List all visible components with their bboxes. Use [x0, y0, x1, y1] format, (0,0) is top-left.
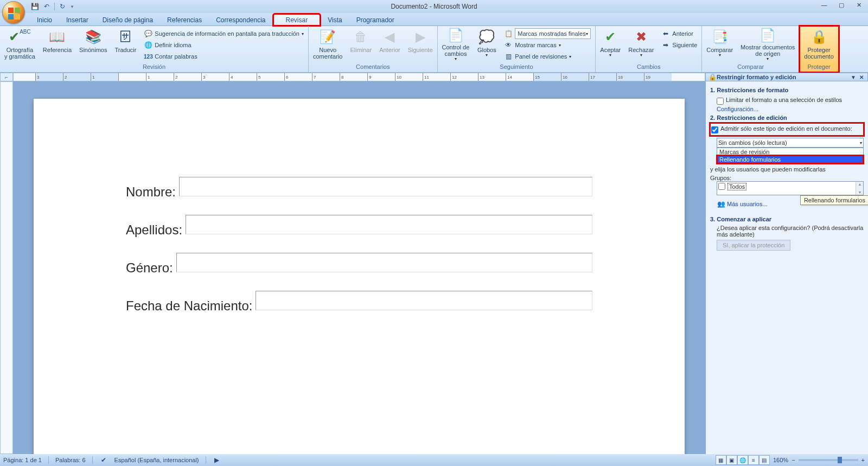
ruler-tick: 19 — [644, 73, 672, 81]
apply-protection-button: Sí, aplicar la protección — [717, 240, 790, 251]
vertical-ruler[interactable] — [0, 81, 13, 454]
ruler-tick: 2 — [63, 73, 91, 81]
marcas-combo[interactable]: 📋Marcas mostradas finales▾ — [503, 28, 592, 39]
group-todos[interactable]: Todos — [727, 183, 746, 190]
zoom-slider[interactable] — [799, 459, 858, 461]
group-label-proteger: Proteger — [801, 63, 837, 71]
view-draft[interactable]: ▤ — [759, 455, 770, 465]
horizontal-ruler[interactable]: 3 2 1 1 2 3 4 5 6 7 8 9 10 11 12 13 14 1… — [13, 73, 705, 81]
view-fullscreen[interactable]: ▣ — [726, 455, 737, 465]
comparar-button[interactable]: 📑 Comparar▾ — [703, 27, 736, 63]
control-cambios-button[interactable]: 📄 Control de cambios▾ — [439, 27, 473, 63]
cambio-anterior-button[interactable]: ⬅Anterior — [660, 28, 698, 39]
nuevo-comentario-button[interactable]: 📝 Nuevo comentario — [310, 27, 346, 63]
field-input-genero[interactable] — [176, 253, 592, 272]
zoom-in-button[interactable]: + — [861, 457, 865, 463]
checkbox-icon[interactable] — [717, 98, 724, 105]
sinonimos-button[interactable]: 📚 Sinónimos — [76, 27, 110, 63]
ruler-tick: 7 — [312, 73, 340, 81]
mostrar-documentos-button[interactable]: 📄 Mostrar documentos de origen▾ — [737, 27, 798, 63]
group-label-comentarios: Comentarios — [310, 63, 436, 71]
maximize-button[interactable]: ▢ — [833, 0, 850, 10]
tab-diseno[interactable]: Diseño de página — [96, 15, 159, 25]
anterior-comentario-button: ◀ Anterior — [376, 27, 404, 63]
ribbon-tabs: Inicio Insertar Diseño de página Referen… — [0, 13, 868, 26]
view-web[interactable]: 🌐 — [737, 455, 748, 465]
panel-revisiones-button[interactable]: ▥Panel de revisiones▾ — [503, 51, 592, 62]
cambio-siguiente-button[interactable]: ➡Siguiente — [660, 40, 698, 50]
tab-programador[interactable]: Programador — [350, 15, 401, 25]
globos-button[interactable]: 💭 Globos▾ — [474, 27, 500, 63]
editing-type-dropdown[interactable]: Marcas de revisión Rellenando formulario… — [717, 148, 864, 164]
group-label-seguimiento: Seguimiento — [439, 63, 595, 71]
exceptions-note: y elija los usuarios que pueden modifica… — [710, 166, 864, 173]
checkbox-icon[interactable] — [718, 183, 725, 190]
status-page[interactable]: Página: 1 de 1 — [3, 457, 42, 463]
zoom-thumb[interactable] — [838, 457, 842, 463]
tab-inicio[interactable]: Inicio — [30, 15, 59, 25]
allow-editing-checkbox[interactable]: Admitir sólo este tipo de edición en el … — [711, 124, 863, 135]
status-words[interactable]: Palabras: 6 — [55, 457, 86, 463]
macro-icon[interactable]: ▶ — [213, 456, 221, 464]
form-row-nombre: Nombre: — [126, 180, 592, 200]
checkbox-icon[interactable] — [711, 126, 718, 133]
limit-format-checkbox[interactable]: Limitar el formato a una selección de es… — [717, 95, 864, 106]
document-page[interactable]: Nombre: Apellidos: Género: Fecha de Naci… — [34, 99, 685, 454]
view-print-layout[interactable]: ▦ — [716, 455, 726, 465]
ruler-tick: 13 — [478, 73, 506, 81]
office-button[interactable] — [2, 1, 25, 24]
svg-rect-3 — [15, 14, 20, 20]
field-input-fecha[interactable] — [256, 291, 592, 310]
referencia-button[interactable]: 📖 Referencia — [40, 27, 75, 63]
form-row-genero: Género: — [126, 256, 592, 276]
ruler-tick: 8 — [340, 73, 367, 81]
undo-icon[interactable]: ↶ — [42, 2, 51, 11]
sugerencia-button[interactable]: 💬Sugerencia de información en pantalla p… — [143, 28, 305, 39]
accept-icon: ✔ — [602, 28, 619, 46]
ruler-corner[interactable]: ⌐ — [0, 73, 13, 81]
minimize-button[interactable]: — — [816, 0, 832, 10]
info-icon: 💬 — [144, 29, 152, 38]
tab-correspondencia[interactable]: Correspondencia — [209, 15, 272, 25]
option-marcas[interactable]: Marcas de revisión — [717, 148, 863, 156]
definir-idioma-button[interactable]: 🌐Definir idioma — [143, 40, 305, 50]
field-input-apellidos[interactable] — [186, 215, 592, 234]
status-language[interactable]: Español (España, internacional) — [114, 457, 199, 463]
close-button[interactable]: ✕ — [851, 0, 867, 10]
groups-listbox[interactable]: Todos ▴▾ — [717, 181, 864, 195]
separator — [54, 3, 55, 10]
mostrar-marcas-button[interactable]: 👁Mostrar marcas▾ — [503, 40, 592, 50]
ortografia-button[interactable]: ✔ABC Ortografía y gramática — [1, 27, 39, 63]
language-icon: 🌐 — [144, 41, 152, 49]
option-rellenando-formularios[interactable]: Rellenando formularios — [717, 156, 863, 163]
section1-heading: 1. Restricciones de formato — [710, 87, 864, 93]
tab-referencias[interactable]: Referencias — [161, 15, 208, 25]
zoom-level[interactable]: 160% — [773, 457, 788, 463]
proofing-icon[interactable]: ✔ — [99, 456, 108, 464]
rechazar-button[interactable]: ✖ Rechazar▾ — [625, 27, 657, 63]
restrict-editing-pane: 1. Restricciones de formato Limitar el f… — [705, 81, 868, 454]
view-outline[interactable]: ≡ — [748, 455, 759, 465]
taskpane-menu-icon[interactable]: ▼ — [849, 74, 858, 80]
prev-comment-icon: ◀ — [381, 28, 398, 46]
field-input-nombre[interactable] — [179, 177, 592, 196]
zoom-out-button[interactable]: − — [792, 457, 795, 463]
review-pane-icon: ▥ — [504, 52, 513, 61]
contar-palabras-button[interactable]: 123Contar palabras — [143, 51, 305, 62]
editing-type-select[interactable]: Sin cambios (sólo lectura) ▾ — [717, 138, 864, 148]
qat-dropdown-icon[interactable]: ▼ — [70, 4, 75, 9]
configuracion-link[interactable]: Configuración... — [717, 106, 864, 112]
aceptar-button[interactable]: ✔ Aceptar▾ — [597, 27, 624, 63]
traducir-button[interactable]: 🈂 Traducir — [111, 27, 139, 63]
tab-revisar[interactable]: Revisar — [273, 14, 321, 25]
tab-vista[interactable]: Vista — [321, 15, 348, 25]
save-icon[interactable]: 💾 — [30, 2, 39, 11]
proteger-documento-button[interactable]: 🔒 Proteger documento — [801, 27, 837, 63]
ruler-tick: 14 — [506, 73, 533, 81]
taskpane-close-icon[interactable]: ✕ — [858, 74, 865, 80]
tab-insertar[interactable]: Insertar — [60, 15, 95, 25]
redo-icon[interactable]: ↻ — [58, 2, 67, 11]
ribbon: ✔ABC Ortografía y gramática 📖 Referencia… — [0, 26, 868, 73]
listbox-scrollbar[interactable]: ▴▾ — [856, 182, 863, 195]
ruler-tick — [118, 73, 146, 81]
